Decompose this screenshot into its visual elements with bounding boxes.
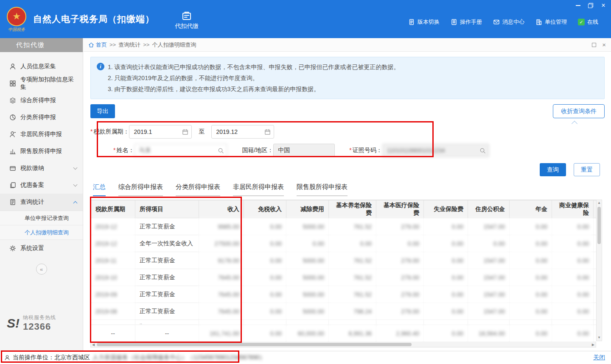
table-cell: 761.52 xyxy=(329,218,376,235)
sidebar-item-label: 人员信息采集 xyxy=(20,63,56,70)
manual-button[interactable]: 操作手册 xyxy=(451,18,482,26)
query-form: *税款所属期： 至 *姓名： xyxy=(90,125,605,157)
table-cell: 0.00 xyxy=(424,218,468,235)
sidebar-collapse-button[interactable]: « xyxy=(36,264,47,275)
table-cell: 0.00 xyxy=(468,235,510,252)
reset-button[interactable]: 重置 xyxy=(574,163,600,176)
table-row: 2019-12正常工资薪金9985.000.005000.00761.52279… xyxy=(91,218,597,235)
org-management-button[interactable]: 单位管理 xyxy=(535,18,567,26)
table-cell: -- xyxy=(135,325,199,342)
table-cell: 5000.00 xyxy=(286,269,329,286)
tab-nonresident-income[interactable]: 非居民所得申报表 xyxy=(233,183,284,196)
tab-restricted-stock[interactable]: 限售股所得申报表 xyxy=(297,183,348,196)
table-cell: 0.00 xyxy=(244,325,286,342)
tab-withholding-module[interactable]: 代扣代缴 xyxy=(175,11,199,30)
vertical-scroll-thumb[interactable] xyxy=(597,207,601,244)
user-icon xyxy=(4,355,10,361)
query-statistics-submenu: 单位申报记录查询 个人扣缴明细查询 xyxy=(0,211,83,240)
online-status[interactable]: ✓ 在线 xyxy=(578,18,598,26)
period-from-input[interactable] xyxy=(129,125,192,139)
table-row: 2019-10正常工资薪金7645.000.005000.00761.52279… xyxy=(91,269,597,286)
sidebar-item-comprehensive-income[interactable]: 综合所得申报 xyxy=(0,92,83,109)
minimize-icon[interactable] xyxy=(575,3,581,8)
sidebar-item-query-statistics[interactable]: 查询统计 xyxy=(0,194,83,211)
withholding-module-icon xyxy=(182,11,192,21)
message-center-button[interactable]: 消息中心 xyxy=(493,18,524,26)
sidebar-subitem-unit-declaration-query[interactable]: 单位申报记录查询 xyxy=(0,211,83,225)
scroll-left-icon[interactable]: ◀ xyxy=(92,342,95,347)
collapse-query-conditions-button[interactable]: 收折查询条件 xyxy=(553,104,605,118)
id-number-input[interactable] xyxy=(382,144,489,157)
sidebar-item-personnel-info[interactable]: 人员信息采集 xyxy=(0,58,83,75)
table-cell: 0.00 xyxy=(424,252,468,269)
column-header: 商业健康保险 xyxy=(552,200,594,218)
table-cell: 0.00 xyxy=(376,235,424,252)
restore-icon[interactable] xyxy=(588,3,593,8)
table-cell: 18,564.00 xyxy=(468,325,510,342)
table-row: 2019-09正常工资薪金7645.000.005000.00761.52279… xyxy=(91,286,597,303)
sidebar-nav: 人员信息采集 专项附加扣除信息采集 综合所得申报 分类所得申报 非居民所得申报 xyxy=(0,52,83,275)
chevron-up-icon xyxy=(73,201,78,205)
panel-close-icon[interactable]: × xyxy=(602,41,606,48)
period-to-input[interactable] xyxy=(211,125,274,139)
sidebar-item-classified-income[interactable]: 分类所得申报 xyxy=(0,109,83,126)
vertical-scrollbar[interactable]: ▲ ▼ xyxy=(596,200,602,341)
sidebar-item-system-settings[interactable]: 系统设置 xyxy=(0,240,83,257)
close-icon[interactable]: × xyxy=(600,3,607,8)
table-cell: 761.52 xyxy=(329,286,376,303)
sidebar-item-nonresident-income[interactable]: 非居民所得申报 xyxy=(0,126,83,143)
sidebar-subitem-label: 单位申报记录查询 xyxy=(25,214,69,222)
sidebar-subitem-personal-withholding-query[interactable]: 个人扣缴明细查询 xyxy=(0,225,83,240)
sidebar-item-restricted-stock[interactable]: 限售股所得申报 xyxy=(0,143,83,160)
table-row: 2019-08正常工资薪金7645.000.005000.00798.24279… xyxy=(91,303,597,320)
query-button[interactable]: 查询 xyxy=(540,163,566,176)
scroll-down-icon[interactable]: ▼ xyxy=(597,335,602,341)
table-cell: 0.00 xyxy=(510,269,552,286)
version-switch-label: 版本切换 xyxy=(418,18,440,26)
sidebar-item-special-deduction[interactable]: 专项附加扣除信息采集 xyxy=(0,75,83,92)
online-label: 在线 xyxy=(587,18,598,26)
sidebar-item-preferential-filing[interactable]: 优惠备案 xyxy=(0,177,83,194)
table-cell: 2019-12 xyxy=(91,235,135,252)
sidebar-header: 代扣代缴 xyxy=(0,38,83,52)
table-cell xyxy=(199,320,244,325)
tab-summary[interactable]: 汇总 xyxy=(93,183,106,196)
notice-line-3: 3. 由于数据处理的滞后性，建议您在申报成功3天之后再来查询最新的申报数据。 xyxy=(108,83,598,94)
table-cell: 1547.00 xyxy=(468,303,510,320)
table-cell: 2019-09 xyxy=(91,286,135,303)
person-icon xyxy=(9,63,16,70)
column-header: 住房公积金 xyxy=(468,200,510,218)
tax-hotline: S! 纳税服务热线 12366 xyxy=(7,314,56,332)
home-icon xyxy=(88,42,94,48)
panel-maximize-icon[interactable] xyxy=(592,43,596,47)
breadcrumb-home-label: 首页 xyxy=(96,41,107,49)
horizontal-scroll-thumb[interactable] xyxy=(97,343,412,346)
sidebar-item-label: 限售股所得申报 xyxy=(20,147,62,155)
name-input[interactable] xyxy=(134,144,227,157)
breadcrumb-home-link[interactable]: 首页 xyxy=(88,41,107,49)
table-cell: 0.00 xyxy=(424,286,468,303)
table-cell: 0.00 xyxy=(510,286,552,303)
horizontal-scrollbar[interactable]: ◀ ▶ xyxy=(90,342,596,347)
tab-classified-income[interactable]: 分类所得申报表 xyxy=(176,183,220,196)
hotline-phone-icon: S! xyxy=(7,317,20,330)
tab-comprehensive-income[interactable]: 综合所得申报表 xyxy=(118,183,163,196)
nationality-input[interactable] xyxy=(273,144,335,157)
column-header: 税款所属期 xyxy=(91,200,135,218)
sidebar-item-tax-payment[interactable]: 税款缴纳 xyxy=(0,160,83,177)
table-cell: 0.00 xyxy=(244,235,286,252)
scroll-up-icon[interactable]: ▲ xyxy=(597,200,602,206)
breadcrumb-level1[interactable]: 查询统计 xyxy=(118,41,140,49)
result-table: 税款所属期 所得项目 收入 免税收入 减除费用 基本养老保险费 基本医疗保险费 … xyxy=(91,200,596,342)
table-cell xyxy=(91,320,135,325)
notice-line-1: 1. 该查询统计表仅能查询已申报成功的数据，不包含未申报、申报失败，已申报但已作… xyxy=(108,61,598,72)
online-check-icon: ✓ xyxy=(578,19,585,25)
export-button[interactable]: 导出 xyxy=(90,104,115,118)
emblem-icon: ★ xyxy=(7,7,26,26)
table-cell: 7645.00 xyxy=(199,269,244,286)
scroll-right-icon[interactable]: ▶ xyxy=(592,342,594,347)
version-switch-button[interactable]: 版本切换 xyxy=(408,18,440,26)
close-link[interactable]: 关闭 xyxy=(593,354,605,361)
table-cell: 0.00 xyxy=(244,286,286,303)
table-cell: -- xyxy=(91,325,135,342)
